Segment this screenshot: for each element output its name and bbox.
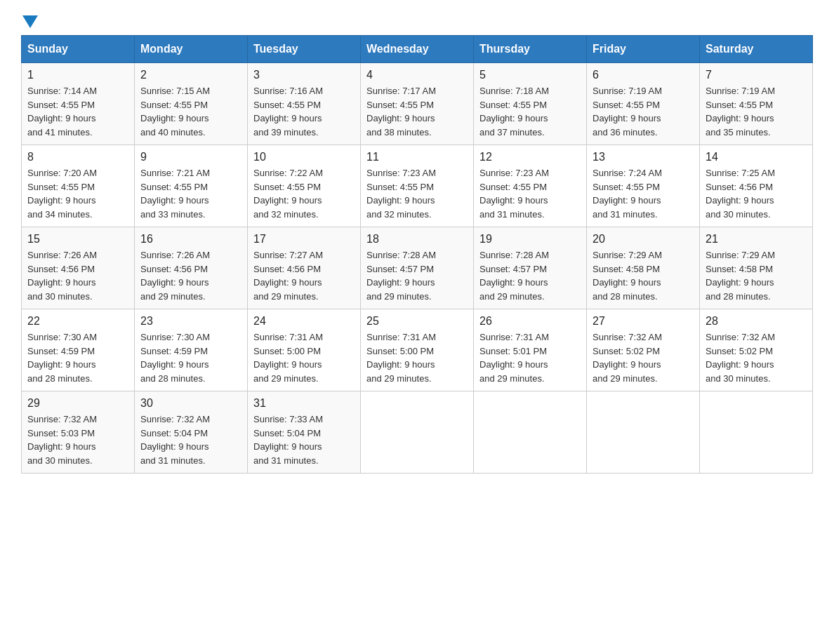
- calendar-cell: 5Sunrise: 7:18 AMSunset: 4:55 PMDaylight…: [474, 63, 587, 145]
- day-number: 6: [593, 69, 694, 81]
- header-saturday: Saturday: [700, 36, 813, 63]
- day-info: Sunrise: 7:22 AMSunset: 4:55 PMDaylight:…: [253, 166, 355, 221]
- day-number: 1: [27, 69, 128, 81]
- day-number: 13: [593, 151, 694, 163]
- calendar-cell: 26Sunrise: 7:31 AMSunset: 5:01 PMDayligh…: [474, 309, 587, 391]
- day-info: Sunrise: 7:32 AMSunset: 5:03 PMDaylight:…: [27, 412, 128, 467]
- day-number: 7: [706, 69, 807, 81]
- day-info: Sunrise: 7:28 AMSunset: 4:57 PMDaylight:…: [366, 248, 468, 303]
- calendar-cell: 10Sunrise: 7:22 AMSunset: 4:55 PMDayligh…: [248, 145, 361, 227]
- calendar-cell: 2Sunrise: 7:15 AMSunset: 4:55 PMDaylight…: [135, 63, 248, 145]
- calendar-cell: 27Sunrise: 7:32 AMSunset: 5:02 PMDayligh…: [587, 309, 700, 391]
- calendar-cell: 23Sunrise: 7:30 AMSunset: 4:59 PMDayligh…: [135, 309, 248, 391]
- day-info: Sunrise: 7:19 AMSunset: 4:55 PMDaylight:…: [706, 84, 807, 139]
- day-info: Sunrise: 7:32 AMSunset: 5:04 PMDaylight:…: [140, 412, 241, 467]
- day-number: 8: [27, 151, 128, 163]
- header-wednesday: Wednesday: [361, 36, 474, 63]
- day-info: Sunrise: 7:19 AMSunset: 4:55 PMDaylight:…: [593, 84, 694, 139]
- header-sunday: Sunday: [22, 36, 135, 63]
- day-number: 16: [140, 233, 241, 246]
- calendar-cell: 31Sunrise: 7:33 AMSunset: 5:04 PMDayligh…: [248, 391, 361, 474]
- calendar-cell: 4Sunrise: 7:17 AMSunset: 4:55 PMDaylight…: [361, 63, 474, 145]
- week-row-1: 1Sunrise: 7:14 AMSunset: 4:55 PMDaylight…: [22, 63, 813, 145]
- day-number: 22: [27, 315, 128, 328]
- day-info: Sunrise: 7:23 AMSunset: 4:55 PMDaylight:…: [479, 166, 581, 221]
- day-info: Sunrise: 7:27 AMSunset: 4:56 PMDaylight:…: [253, 248, 355, 303]
- day-number: 23: [140, 315, 241, 328]
- page-header: [21, 14, 813, 28]
- calendar-cell: 30Sunrise: 7:32 AMSunset: 5:04 PMDayligh…: [135, 391, 248, 474]
- day-number: 28: [706, 315, 807, 328]
- day-info: Sunrise: 7:24 AMSunset: 4:55 PMDaylight:…: [593, 166, 694, 221]
- calendar-cell: 3Sunrise: 7:16 AMSunset: 4:55 PMDaylight…: [248, 63, 361, 145]
- calendar-cell: 16Sunrise: 7:26 AMSunset: 4:56 PMDayligh…: [135, 227, 248, 309]
- calendar-cell: 7Sunrise: 7:19 AMSunset: 4:55 PMDaylight…: [700, 63, 813, 145]
- day-number: 15: [27, 233, 128, 246]
- day-info: Sunrise: 7:32 AMSunset: 5:02 PMDaylight:…: [593, 330, 694, 385]
- week-row-2: 8Sunrise: 7:20 AMSunset: 4:55 PMDaylight…: [22, 145, 813, 227]
- week-row-3: 15Sunrise: 7:26 AMSunset: 4:56 PMDayligh…: [22, 227, 813, 309]
- day-info: Sunrise: 7:14 AMSunset: 4:55 PMDaylight:…: [27, 84, 128, 139]
- day-info: Sunrise: 7:31 AMSunset: 5:00 PMDaylight:…: [253, 330, 355, 385]
- day-number: 29: [27, 397, 128, 410]
- day-number: 2: [140, 69, 241, 81]
- calendar-cell: 25Sunrise: 7:31 AMSunset: 5:00 PMDayligh…: [361, 309, 474, 391]
- calendar-cell: 18Sunrise: 7:28 AMSunset: 4:57 PMDayligh…: [361, 227, 474, 309]
- day-info: Sunrise: 7:15 AMSunset: 4:55 PMDaylight:…: [140, 84, 241, 139]
- calendar-cell: 1Sunrise: 7:14 AMSunset: 4:55 PMDaylight…: [22, 63, 135, 145]
- svg-marker-0: [22, 15, 38, 28]
- calendar-cell: [361, 391, 474, 474]
- day-info: Sunrise: 7:26 AMSunset: 4:56 PMDaylight:…: [140, 248, 241, 303]
- day-info: Sunrise: 7:30 AMSunset: 4:59 PMDaylight:…: [140, 330, 241, 385]
- day-number: 4: [366, 69, 468, 81]
- calendar-cell: 13Sunrise: 7:24 AMSunset: 4:55 PMDayligh…: [587, 145, 700, 227]
- day-info: Sunrise: 7:31 AMSunset: 5:00 PMDaylight:…: [366, 330, 468, 385]
- calendar-cell: 19Sunrise: 7:28 AMSunset: 4:57 PMDayligh…: [474, 227, 587, 309]
- header-monday: Monday: [135, 36, 248, 63]
- day-number: 20: [593, 233, 694, 246]
- day-info: Sunrise: 7:31 AMSunset: 5:01 PMDaylight:…: [479, 330, 581, 385]
- day-info: Sunrise: 7:16 AMSunset: 4:55 PMDaylight:…: [253, 84, 355, 139]
- day-number: 14: [706, 151, 807, 163]
- day-info: Sunrise: 7:18 AMSunset: 4:55 PMDaylight:…: [479, 84, 581, 139]
- day-info: Sunrise: 7:33 AMSunset: 5:04 PMDaylight:…: [253, 412, 355, 467]
- day-number: 12: [479, 151, 581, 163]
- day-info: Sunrise: 7:23 AMSunset: 4:55 PMDaylight:…: [366, 166, 468, 221]
- calendar-cell: 11Sunrise: 7:23 AMSunset: 4:55 PMDayligh…: [361, 145, 474, 227]
- calendar-cell: 6Sunrise: 7:19 AMSunset: 4:55 PMDaylight…: [587, 63, 700, 145]
- day-info: Sunrise: 7:21 AMSunset: 4:55 PMDaylight:…: [140, 166, 241, 221]
- calendar-cell: [474, 391, 587, 474]
- day-info: Sunrise: 7:20 AMSunset: 4:55 PMDaylight:…: [27, 166, 128, 221]
- day-info: Sunrise: 7:17 AMSunset: 4:55 PMDaylight:…: [366, 84, 468, 139]
- day-number: 3: [253, 69, 355, 81]
- week-row-4: 22Sunrise: 7:30 AMSunset: 4:59 PMDayligh…: [22, 309, 813, 391]
- day-number: 30: [140, 397, 241, 410]
- calendar-cell: [587, 391, 700, 474]
- day-number: 18: [366, 233, 468, 246]
- calendar-cell: 20Sunrise: 7:29 AMSunset: 4:58 PMDayligh…: [587, 227, 700, 309]
- calendar-cell: 22Sunrise: 7:30 AMSunset: 4:59 PMDayligh…: [22, 309, 135, 391]
- logo: [21, 14, 38, 28]
- day-number: 17: [253, 233, 355, 246]
- header-thursday: Thursday: [474, 36, 587, 63]
- day-number: 21: [706, 233, 807, 246]
- calendar-cell: 17Sunrise: 7:27 AMSunset: 4:56 PMDayligh…: [248, 227, 361, 309]
- day-info: Sunrise: 7:30 AMSunset: 4:59 PMDaylight:…: [27, 330, 128, 385]
- day-info: Sunrise: 7:25 AMSunset: 4:56 PMDaylight:…: [706, 166, 807, 221]
- header-friday: Friday: [587, 36, 700, 63]
- day-number: 10: [253, 151, 355, 163]
- header-tuesday: Tuesday: [248, 36, 361, 63]
- calendar-cell: 15Sunrise: 7:26 AMSunset: 4:56 PMDayligh…: [22, 227, 135, 309]
- calendar-cell: 9Sunrise: 7:21 AMSunset: 4:55 PMDaylight…: [135, 145, 248, 227]
- day-info: Sunrise: 7:29 AMSunset: 4:58 PMDaylight:…: [706, 248, 807, 303]
- day-number: 31: [253, 397, 355, 410]
- day-number: 19: [479, 233, 581, 246]
- day-number: 5: [479, 69, 581, 81]
- day-number: 26: [479, 315, 581, 328]
- logo-triangle-icon: [22, 15, 38, 28]
- day-info: Sunrise: 7:29 AMSunset: 4:58 PMDaylight:…: [593, 248, 694, 303]
- day-info: Sunrise: 7:28 AMSunset: 4:57 PMDaylight:…: [479, 248, 581, 303]
- day-number: 24: [253, 315, 355, 328]
- week-row-5: 29Sunrise: 7:32 AMSunset: 5:03 PMDayligh…: [22, 391, 813, 474]
- calendar-cell: 24Sunrise: 7:31 AMSunset: 5:00 PMDayligh…: [248, 309, 361, 391]
